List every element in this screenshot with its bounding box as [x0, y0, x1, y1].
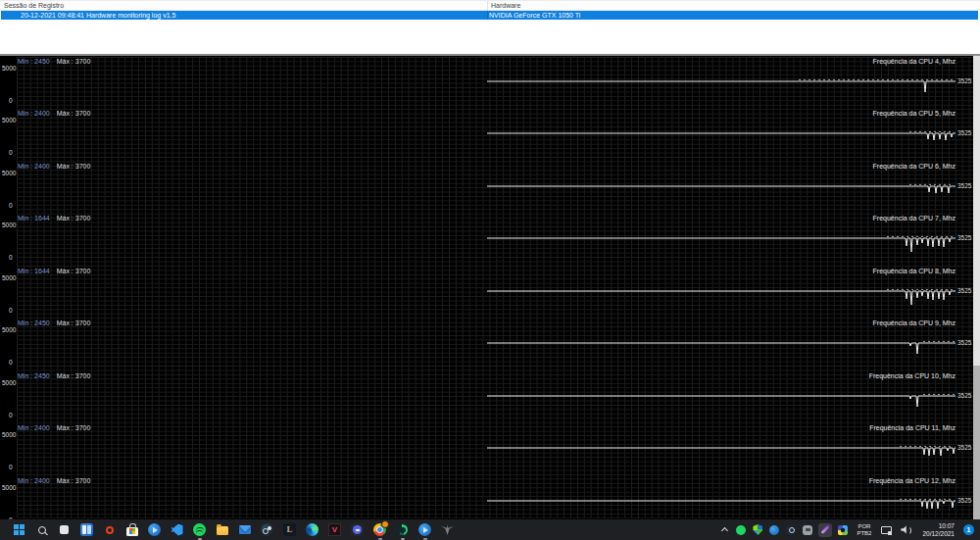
current-value-label: 3525 — [957, 77, 971, 84]
tray-sensor-chip-icon[interactable] — [837, 524, 849, 536]
min-max-readout: Min : 2450Máx : 3700 — [18, 58, 90, 65]
log-session-cell[interactable]: 20-12-2021 09:48:41 Hardware monitoring … — [21, 11, 175, 20]
taskbar-icon-bluestacks[interactable] — [147, 522, 162, 537]
taskbar-icon-steam[interactable] — [260, 522, 274, 537]
running-indicator — [401, 538, 405, 540]
y-axis-max-label: 5000 — [2, 379, 16, 386]
log-hardware-cell[interactable]: NVIDIA GeForce GTX 1050 Ti — [489, 11, 580, 20]
min-max-readout: Min : 1644Máx : 3700 — [18, 215, 90, 221]
selected-log-row[interactable]: 20-12-2021 09:48:41 Hardware monitoring … — [1, 11, 978, 20]
taskbar-pinned-apps — [12, 522, 455, 537]
clock-time: 10:07 — [939, 522, 955, 529]
frequency-line-plot — [0, 266, 973, 319]
notification-badge[interactable]: 1 — [963, 524, 974, 535]
system-tray: POR PTB2 10:07 20/12/2021 1 — [720, 522, 974, 537]
min-value: Min : 2450 — [18, 319, 50, 326]
panel-title: Frequência da CPU 5, Mhz — [873, 110, 956, 117]
taskbar-icon-widgets[interactable] — [79, 522, 94, 537]
taskbar-icon-explorer[interactable] — [215, 522, 229, 537]
taskbar-icon-destiny[interactable] — [440, 522, 455, 537]
taskbar-icon-discord[interactable] — [350, 522, 365, 537]
language-line2: PTB2 — [857, 530, 871, 536]
max-value: Máx : 3700 — [57, 215, 91, 221]
current-value-label: 3525 — [957, 392, 971, 399]
running-indicator — [423, 538, 427, 540]
min-value: Min : 2400 — [18, 424, 50, 431]
panel-title: Frequência da CPU 11, Mhz — [869, 424, 956, 431]
tray-steam-icon[interactable] — [785, 524, 797, 536]
log-table-header: Sessão de Registro Hardware — [0, 0, 980, 11]
current-value-label: 3525 — [957, 234, 971, 241]
current-value-label: 3525 — [957, 497, 971, 504]
app-window: Sessão de Registro Hardware 20-12-2021 0… — [0, 0, 980, 540]
min-max-readout: Min : 1644Máx : 3700 — [18, 268, 90, 274]
cpu-frequency-panel: Min : 2400Máx : 3700Frequência da CPU 5,… — [0, 108, 973, 161]
running-indicator — [378, 538, 382, 540]
network-icon[interactable] — [881, 525, 892, 535]
y-axis-min-label: 0 — [9, 412, 13, 418]
current-value-label: 3525 — [957, 444, 971, 451]
frequency-line-plot — [0, 161, 973, 214]
panel-title: Frequência da CPU 8, Mhz — [873, 268, 956, 274]
clock[interactable]: 10:07 20/12/2021 — [922, 522, 955, 537]
taskbar-icon-globe[interactable] — [395, 522, 410, 537]
tray-discord-icon[interactable] — [802, 524, 813, 536]
tray-security-shield-icon[interactable] — [752, 524, 763, 536]
cpu-frequency-panel: Min : 2450Máx : 3700Frequência da CPU 10… — [0, 370, 973, 423]
taskbar-icon-vscode[interactable] — [170, 522, 184, 537]
y-axis-max-label: 5000 — [2, 170, 16, 176]
min-max-readout: Min : 2400Máx : 3700 — [18, 110, 90, 117]
column-header-hardware[interactable]: Hardware — [491, 2, 520, 9]
min-value: Min : 2400 — [18, 110, 50, 117]
panel-title: Frequência da CPU 7, Mhz — [873, 215, 956, 221]
taskbar-icon-start[interactable] — [12, 522, 26, 537]
column-header-session[interactable]: Sessão de Registro — [4, 2, 64, 9]
frequency-line-plot — [0, 318, 973, 370]
max-value: Máx : 3700 — [57, 424, 91, 431]
taskbar-icon-chrome[interactable] — [372, 522, 387, 537]
frequency-line-plot — [0, 422, 973, 475]
min-max-readout: Min : 2450Máx : 3700 — [18, 319, 90, 326]
row-cell-divider — [487, 11, 488, 20]
tray-spotify-icon[interactable] — [735, 524, 747, 536]
vertical-scrollbar[interactable] — [973, 56, 980, 519]
y-axis-max-label: 5000 — [2, 326, 16, 333]
cpu-frequency-panel: Min : 2450Máx : 3700Frequência da CPU 4,… — [0, 56, 973, 109]
max-value: Máx : 3700 — [57, 319, 91, 326]
y-axis-min-label: 0 — [9, 97, 13, 104]
y-axis-min-label: 0 — [9, 254, 13, 261]
taskbar-icon-store[interactable] — [124, 522, 139, 537]
taskbar-icon-valorant[interactable] — [327, 522, 342, 537]
y-axis-max-label: 5000 — [2, 65, 16, 72]
min-value: Min : 2450 — [18, 58, 50, 65]
frequency-line-plot — [0, 213, 973, 266]
cpu-frequency-panel: Min : 2400Máx : 3700Frequência da CPU 6,… — [0, 161, 973, 214]
taskbar-icon-spotify[interactable] — [192, 522, 207, 537]
min-value: Min : 1644 — [18, 268, 50, 274]
tray-pen-icon[interactable] — [818, 523, 832, 537]
y-axis-max-label: 5000 — [2, 117, 16, 123]
y-axis-max-label: 5000 — [2, 431, 16, 438]
taskbar-icon-mail[interactable] — [237, 522, 252, 537]
max-value: Máx : 3700 — [57, 268, 91, 274]
tray-blue-app-icon[interactable] — [768, 524, 780, 536]
language-indicator[interactable]: POR PTB2 — [857, 523, 871, 536]
min-max-readout: Min : 2400Máx : 3700 — [18, 424, 90, 431]
taskbar-icon-bluestacks2[interactable] — [417, 522, 432, 537]
taskbar-icon-lol[interactable] — [282, 522, 297, 537]
max-value: Máx : 3700 — [57, 477, 91, 484]
current-value-label: 3525 — [957, 182, 971, 189]
y-axis-min-label: 0 — [9, 307, 13, 314]
tray-chevron-up-icon[interactable] — [720, 526, 728, 534]
taskbar-icon-task-view[interactable] — [57, 522, 72, 537]
taskbar-icon-search[interactable] — [34, 522, 49, 537]
min-value: Min : 2450 — [18, 372, 50, 379]
volume-icon[interactable] — [901, 525, 912, 535]
taskbar-icon-office[interactable] — [102, 522, 117, 537]
scrollbar-thumb[interactable] — [973, 366, 980, 519]
cpu-frequency-panel: Min : 2450Máx : 3700Frequência da CPU 9,… — [0, 318, 973, 370]
min-value: Min : 1644 — [18, 215, 50, 221]
frequency-line-plot — [0, 108, 973, 161]
taskbar-icon-edge[interactable] — [305, 522, 319, 537]
frequency-line-plot — [0, 370, 973, 423]
